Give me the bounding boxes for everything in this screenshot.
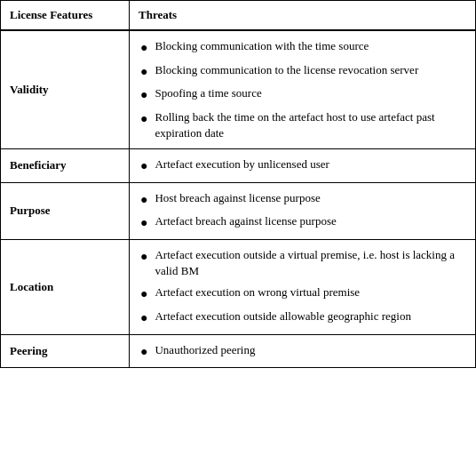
feature-cell-1: Beneficiary (1, 149, 130, 183)
bullet-icon: ● (140, 309, 147, 327)
threat-text: Blocking communication to the license re… (155, 62, 464, 78)
table-row: Validity●Blocking communication with the… (1, 30, 476, 149)
bullet-icon: ● (140, 248, 147, 266)
table-row: Beneficiary●Artefact execution by unlice… (1, 149, 476, 183)
feature-cell-3: Location (1, 239, 130, 334)
threats-cell-2: ●Host breach against license purpose●Art… (130, 182, 476, 239)
threat-text: Artefact breach against license purpose (155, 213, 464, 229)
threat-text: Artefact execution on wrong virtual prem… (155, 284, 464, 300)
table-row: Purpose●Host breach against license purp… (1, 182, 476, 239)
threats-cell-4: ●Unauthorized peering (130, 334, 476, 368)
threat-list-3: ●Artefact execution outside a virtual pr… (140, 247, 464, 327)
threat-text: Artefact execution outside a virtual pre… (155, 247, 464, 279)
bullet-icon: ● (140, 214, 147, 232)
bullet-icon: ● (140, 191, 147, 209)
license-threats-table: License Features Threats Validity●Blocki… (0, 0, 476, 368)
table-row: Peering●Unauthorized peering (1, 334, 476, 368)
threat-text: Unauthorized peering (155, 342, 464, 358)
threat-text: Artefact execution outside allowable geo… (155, 308, 464, 324)
bullet-icon: ● (140, 63, 147, 81)
bullet-icon: ● (140, 110, 147, 128)
feature-cell-2: Purpose (1, 182, 130, 239)
threat-text: Host breach against license purpose (155, 190, 464, 206)
list-item: ●Artefact execution outside allowable ge… (140, 308, 464, 327)
list-item: ●Artefact execution by unlicensed user (140, 156, 464, 175)
list-item: ●Blocking communication to the license r… (140, 62, 464, 81)
table-row: Location●Artefact execution outside a vi… (1, 239, 476, 334)
threats-cell-1: ●Artefact execution by unlicensed user (130, 149, 476, 183)
table-header-row: License Features Threats (1, 1, 476, 31)
threats-cell-3: ●Artefact execution outside a virtual pr… (130, 239, 476, 334)
bullet-icon: ● (140, 343, 147, 361)
bullet-icon: ● (140, 157, 147, 175)
threat-text: Spoofing a time source (155, 85, 464, 101)
list-item: ●Artefact execution on wrong virtual pre… (140, 284, 464, 303)
list-item: ●Artefact execution outside a virtual pr… (140, 247, 464, 279)
threat-list-0: ●Blocking communication with the time so… (140, 38, 464, 141)
threat-text: Artefact execution by unlicensed user (155, 156, 464, 172)
list-item: ●Host breach against license purpose (140, 190, 464, 209)
list-item: ●Blocking communication with the time so… (140, 38, 464, 57)
bullet-icon: ● (140, 285, 147, 303)
threat-text: Blocking communication with the time sou… (155, 38, 464, 54)
list-item: ●Unauthorized peering (140, 342, 464, 361)
threat-list-2: ●Host breach against license purpose●Art… (140, 190, 464, 232)
threats-cell-0: ●Blocking communication with the time so… (130, 30, 476, 149)
col-threats-header: Threats (130, 1, 476, 31)
bullet-icon: ● (140, 86, 147, 104)
bullet-icon: ● (140, 39, 147, 57)
feature-cell-0: Validity (1, 30, 130, 149)
main-table-wrapper: License Features Threats Validity●Blocki… (0, 0, 476, 368)
feature-cell-4: Peering (1, 334, 130, 368)
threat-list-1: ●Artefact execution by unlicensed user (140, 156, 464, 175)
threat-list-4: ●Unauthorized peering (140, 342, 464, 361)
threat-text: Rolling back the time on the artefact ho… (155, 109, 464, 141)
col-license-features-header: License Features (1, 1, 130, 31)
list-item: ●Artefact breach against license purpose (140, 213, 464, 232)
list-item: ●Rolling back the time on the artefact h… (140, 109, 464, 141)
list-item: ●Spoofing a time source (140, 85, 464, 104)
